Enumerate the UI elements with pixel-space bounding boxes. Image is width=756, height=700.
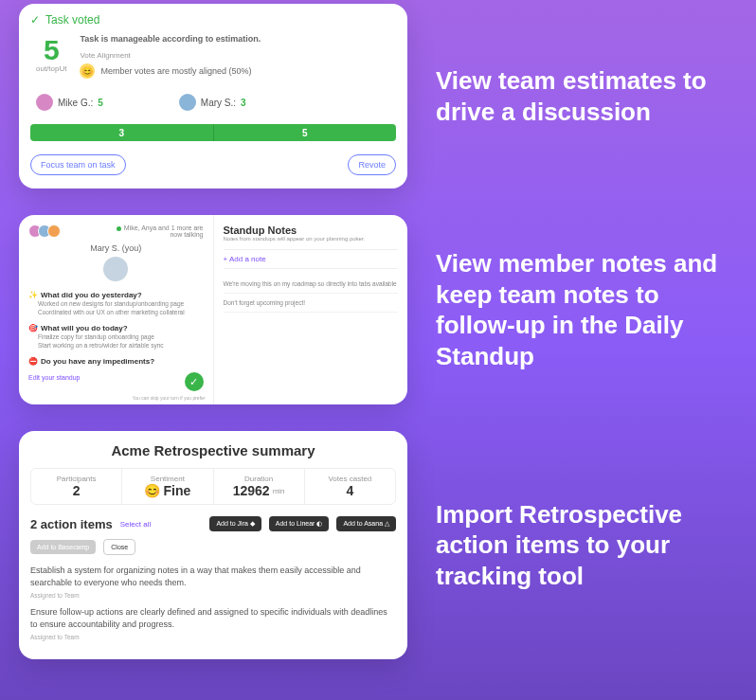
- score-display: 5 out/topUt: [36, 34, 66, 79]
- online-dot-icon: [117, 226, 121, 231]
- q-text: What did you do yesterday?: [41, 291, 142, 299]
- target-icon: 🎯: [28, 324, 38, 332]
- voter-score: 3: [241, 98, 246, 108]
- sparkle-icon: ✨: [28, 291, 38, 299]
- note-item: We're moving this on my roadmap so direc…: [224, 275, 399, 294]
- voter-name: Mary S.:: [201, 98, 236, 108]
- voter-score: 5: [98, 98, 103, 108]
- stat-label: Participants: [31, 475, 121, 483]
- task-voted-label: Task voted: [45, 13, 99, 27]
- stat-sentiment: Sentiment 😊Fine: [122, 469, 213, 504]
- stat-votes: Votes casted 4: [305, 469, 395, 504]
- action-item: Establish a system for organizing notes …: [30, 565, 396, 588]
- avatar: [36, 94, 53, 111]
- stat-value: 4: [305, 483, 395, 498]
- estimate-card: ✓ Task voted 5 out/topUt Task is managea…: [19, 4, 407, 188]
- retro-title: Acme Retrospective summary: [30, 442, 396, 458]
- q-text: What will you do today?: [41, 324, 128, 332]
- add-to-asana-button[interactable]: Add to Asana △: [336, 516, 396, 531]
- score-description: Task is manageable according to estimati…: [80, 34, 390, 79]
- close-button[interactable]: Close: [103, 539, 135, 555]
- distribution-bar: 3 5: [30, 124, 396, 141]
- stat-value: 2: [31, 483, 121, 498]
- voter-name: Mike G.:: [58, 98, 93, 108]
- voter-2: Mary S.: 3: [179, 94, 246, 111]
- standup-card: Mike, Anya and 1 more are now talking Ma…: [19, 215, 407, 404]
- task-voted-header: ✓ Task voted: [30, 13, 396, 27]
- notes-subtitle: Notes from standups will appear on your …: [224, 236, 399, 242]
- q-answer: Worked on new designs for standup/onboar…: [38, 299, 204, 308]
- question-impediments: ⛔Do you have any impediments?: [28, 357, 204, 366]
- smile-icon: 😊: [80, 63, 95, 79]
- focus-team-button[interactable]: Focus team on task: [30, 154, 126, 175]
- notes-title: Standup Notes: [224, 224, 399, 236]
- avatar: [47, 224, 61, 238]
- stat-value: Fine: [163, 483, 190, 498]
- q-answer: Finalize copy for standup onboarding pag…: [38, 332, 204, 341]
- alignment-text: Member votes are mostly aligned (50%): [100, 66, 251, 76]
- retro-card: Acme Retrospective summary Participants …: [19, 431, 407, 659]
- status-line2: now talking: [117, 231, 204, 238]
- talking-status: Mike, Anya and 1 more are now talking: [117, 224, 204, 238]
- stat-participants: Participants 2: [31, 469, 122, 504]
- check-icon: ✓: [30, 13, 40, 27]
- action-item: Ensure follow-up actions are clearly def…: [30, 606, 396, 630]
- score-unit: out/topUt: [36, 64, 66, 73]
- q-answer: Start working on a retro/wider for airta…: [38, 341, 204, 350]
- task-desc: Task is manageable according to estimati…: [80, 34, 390, 44]
- smile-icon: 😊: [144, 483, 160, 498]
- question-today: 🎯What will you do today? Finalize copy f…: [28, 324, 204, 350]
- team-avatars: [28, 224, 61, 238]
- edit-standup-link[interactable]: Edit your standup: [28, 374, 80, 381]
- assigned-to: Assigned to Team: [30, 634, 396, 640]
- add-to-basecamp-button[interactable]: Add to Basecamp: [30, 540, 96, 554]
- voter-1: Mike G.: 5: [36, 94, 103, 111]
- score-value: 5: [36, 34, 66, 66]
- action-items-title: 2 action items: [30, 517, 113, 531]
- note-item: Don't forget upcoming project!: [224, 294, 399, 313]
- question-yesterday: ✨What did you do yesterday? Worked on ne…: [28, 291, 204, 316]
- status-line1: Mike, Anya and 1 more are: [124, 224, 204, 231]
- current-member: Mary S. (you): [28, 243, 204, 281]
- dist-segment: 3: [30, 124, 214, 141]
- stat-label: Duration: [214, 475, 304, 483]
- stat-unit: min: [273, 487, 285, 495]
- caption-3: Import Retrospective action items to you…: [436, 499, 737, 592]
- member-name: Mary S. (you): [28, 243, 204, 253]
- stat-label: Votes casted: [305, 475, 395, 483]
- dist-segment: 5: [214, 124, 397, 141]
- select-all-link[interactable]: Select all: [120, 520, 151, 529]
- stats-row: Participants 2 Sentiment 😊Fine Duration …: [30, 468, 396, 505]
- vote-alignment-label: Vote Alignment: [80, 51, 390, 60]
- add-to-jira-button[interactable]: Add to Jira ◆: [209, 516, 261, 531]
- q-text: Do you have any impediments?: [41, 357, 154, 366]
- skip-hint: You can skip your turn if you prefer: [132, 395, 205, 401]
- caption-1: View team estimates to drive a discussio…: [436, 65, 737, 127]
- add-note-button[interactable]: + Add a note: [224, 249, 399, 269]
- assigned-to: Assigned to Team: [30, 592, 396, 599]
- stat-label: Sentiment: [122, 475, 212, 483]
- revote-button[interactable]: Revote: [348, 154, 396, 175]
- avatar: [179, 94, 196, 111]
- add-to-linear-button[interactable]: Add to Linear ◐: [269, 516, 330, 531]
- stat-duration: Duration 12962min: [214, 469, 305, 504]
- caption-2: View member notes and keep team notes to…: [436, 248, 737, 371]
- stat-value: 12962: [233, 483, 270, 498]
- stop-icon: ⛔: [28, 357, 38, 366]
- q-answer: Coordinated with our UX on other marketi…: [38, 308, 204, 316]
- avatar: [103, 257, 128, 281]
- done-button[interactable]: ✓: [185, 372, 204, 391]
